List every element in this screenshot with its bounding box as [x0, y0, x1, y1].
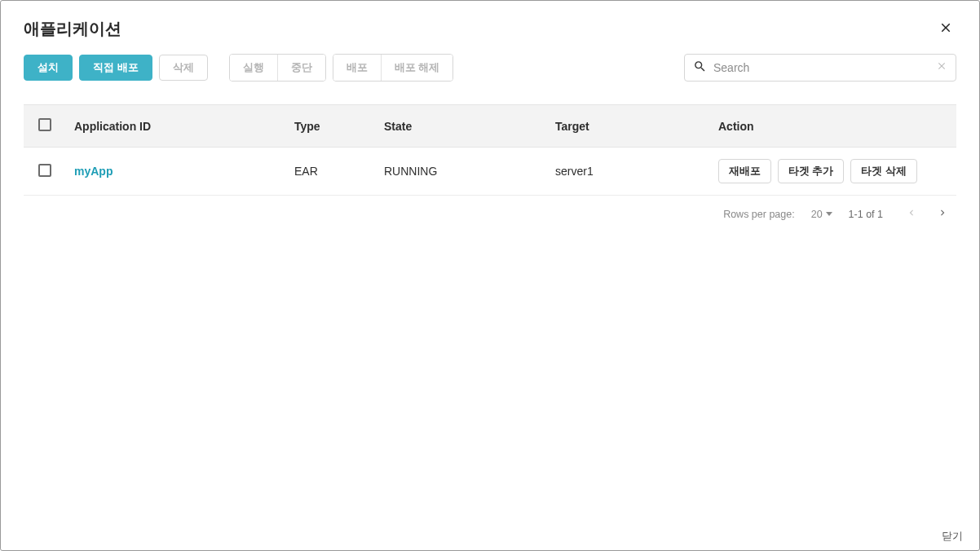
add-target-button[interactable]: 타겟 추가: [778, 159, 844, 183]
modal-header: 애플리케이션: [1, 1, 979, 41]
direct-deploy-button[interactable]: 직접 배포: [79, 55, 152, 81]
toolbar-left: 설치 직접 배포 삭제 실행 중단 배포 배포 해제: [24, 54, 453, 82]
install-button[interactable]: 설치: [24, 55, 73, 81]
application-modal: 애플리케이션 설치 직접 배포 삭제 실행 중단 배포 배포 해제: [0, 0, 980, 551]
deploy-button[interactable]: 배포: [333, 55, 382, 81]
search-icon: [693, 60, 707, 77]
toolbar: 설치 직접 배포 삭제 실행 중단 배포 배포 해제: [1, 41, 979, 104]
col-header-appid[interactable]: Application ID: [66, 105, 286, 148]
run-stop-group: 실행 중단: [229, 54, 326, 82]
col-header-action: Action: [710, 105, 956, 148]
close-icon: [938, 20, 953, 37]
footer-close-button[interactable]: 닫기: [942, 529, 963, 544]
rows-per-page-label: Rows per page:: [723, 209, 795, 220]
action-buttons: 재배포 타겟 추가 타겟 삭제: [718, 159, 948, 183]
rows-per-page-value: 20: [811, 209, 823, 220]
applications-table: Application ID Type State Target Action …: [24, 104, 956, 196]
close-button[interactable]: [935, 17, 956, 41]
col-header-checkbox: [24, 105, 66, 148]
table-container: Application ID Type State Target Action …: [1, 104, 979, 221]
chevron-down-icon: [826, 212, 832, 216]
redeploy-button[interactable]: 재배포: [718, 159, 771, 183]
select-all-checkbox[interactable]: [38, 118, 51, 131]
col-header-type[interactable]: Type: [286, 105, 376, 148]
clear-search-icon[interactable]: [936, 60, 947, 75]
cell-type: EAR: [286, 148, 376, 196]
chevron-left-icon: [906, 207, 917, 221]
table-header-row: Application ID Type State Target Action: [24, 105, 956, 148]
remove-target-button[interactable]: 타겟 삭제: [850, 159, 916, 183]
page-nav: [906, 207, 948, 221]
search-input[interactable]: [713, 61, 929, 74]
modal-title: 애플리케이션: [24, 18, 121, 40]
search-box[interactable]: [684, 54, 956, 82]
row-checkbox[interactable]: [38, 164, 51, 177]
table-row: myApp EAR RUNNING server1 재배포 타겟 추가 타겟 삭…: [24, 148, 956, 196]
cell-target: server1: [547, 148, 710, 196]
undeploy-button[interactable]: 배포 해제: [382, 55, 453, 81]
cell-state: RUNNING: [376, 148, 547, 196]
next-page-button[interactable]: [937, 207, 948, 221]
pagination: Rows per page: 20 1-1 of 1: [24, 196, 956, 221]
col-header-state[interactable]: State: [376, 105, 547, 148]
deploy-group: 배포 배포 해제: [333, 54, 454, 82]
delete-button[interactable]: 삭제: [159, 55, 208, 81]
run-button[interactable]: 실행: [230, 55, 278, 81]
prev-page-button[interactable]: [906, 207, 917, 221]
pagination-range: 1-1 of 1: [849, 209, 883, 220]
app-id-link[interactable]: myApp: [74, 165, 113, 178]
rows-per-page-select[interactable]: 20: [811, 209, 832, 220]
col-header-target[interactable]: Target: [547, 105, 710, 148]
stop-button[interactable]: 중단: [278, 55, 325, 81]
chevron-right-icon: [937, 207, 948, 221]
